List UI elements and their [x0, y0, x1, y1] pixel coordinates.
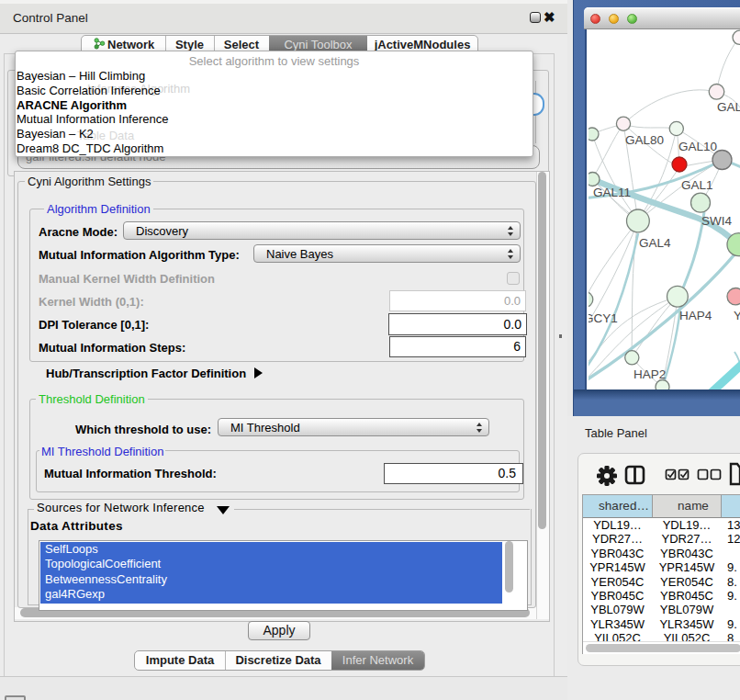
svg-text:GAL10: GAL10 [678, 140, 717, 153]
svg-text:HAP4: HAP4 [679, 309, 712, 322]
svg-text:GAL80: GAL80 [625, 133, 664, 147]
svg-text:GAL: GAL [717, 100, 740, 114]
svg-text:SWI4: SWI4 [701, 214, 732, 228]
svg-text:GAL4: GAL4 [639, 236, 671, 250]
svg-text:GAL1: GAL1 [681, 178, 713, 192]
svg-text:Y: Y [734, 309, 740, 322]
svg-text:GAL11: GAL11 [593, 186, 631, 199]
svg-text:GCY1: GCY1 [589, 311, 618, 325]
svg-text:HAP2: HAP2 [633, 367, 666, 381]
